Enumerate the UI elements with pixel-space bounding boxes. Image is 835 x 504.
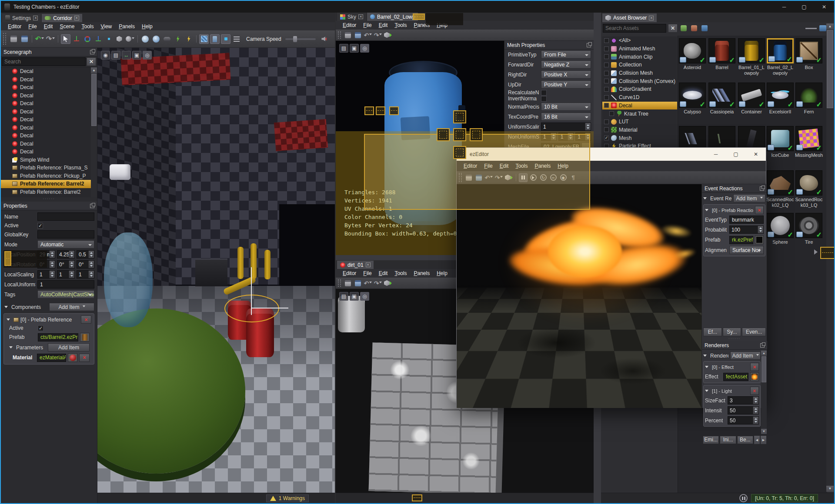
size-factor-stepper[interactable]: 3 [728, 396, 759, 405]
search-assets-input[interactable] [603, 24, 666, 33]
list-item[interactable]: Decal [1, 76, 97, 84]
tree-item-curve1d[interactable]: Curve1D [602, 93, 677, 102]
clear-search-icon[interactable]: ✕ [87, 57, 96, 66]
tab-behavior[interactable]: Be... [737, 436, 753, 444]
scale-tool-button[interactable] [94, 34, 103, 44]
export-asset-button[interactable]: ➔ [384, 279, 392, 288]
add-parameter-button[interactable]: Add Item [48, 343, 90, 351]
list-item[interactable]: Decal [1, 132, 97, 140]
asset-card[interactable]: ✓ MissingMesh [795, 126, 823, 158]
alignment-dropdown[interactable]: Surface Nor [729, 246, 764, 254]
play-scene-button[interactable] [140, 34, 150, 44]
asset-card[interactable]: ✓ ScannedRock02_LQ [766, 170, 795, 208]
layers-icon[interactable]: ▤ [111, 51, 120, 60]
material-asset-field[interactable]: ezMaterialAsset [37, 354, 66, 362]
toolbar-grip[interactable] [338, 31, 341, 39]
grid-toggle-button[interactable] [221, 34, 230, 44]
redo-button[interactable]: ↷ [374, 279, 382, 288]
menu-panels[interactable]: Panels [115, 23, 138, 30]
maximize-icon[interactable]: ▢ [794, 1, 814, 13]
transform-assets-icon[interactable] [690, 24, 698, 33]
selection-gizmo-ring[interactable] [224, 295, 279, 322]
remove-component-icon[interactable]: × [81, 315, 91, 324]
tab-asset-browser[interactable]: Asset Browser ✕ [602, 13, 657, 22]
scroll-down-icon[interactable]: ▼ [826, 486, 834, 492]
tree-item-collision-mesh[interactable]: Collision Mesh [602, 69, 677, 77]
undock-icon[interactable] [90, 50, 94, 54]
scene-viewport[interactable]: ◉ ▤ ↔ ▣ ◎ [97, 48, 335, 493]
sphere-button[interactable] [125, 34, 135, 44]
menu-edit[interactable]: Edit [375, 269, 391, 277]
close-tab-icon[interactable]: ✕ [366, 262, 371, 267]
scaling-y-stepper[interactable]: 1 [57, 270, 75, 279]
close-tab-icon[interactable]: ✕ [358, 14, 363, 19]
close-tab-icon[interactable]: ✕ [33, 16, 38, 20]
scrollbar[interactable]: ▲ [91, 67, 97, 197]
prefab-asset-field[interactable]: rk.ezPrefab [729, 236, 753, 244]
asset-card[interactable]: ✓ Container [737, 83, 766, 115]
event-reactions-header[interactable]: Event Reactions [702, 184, 767, 193]
asset-card[interactable]: ✓ Fern [795, 83, 823, 115]
dock-target-top-icon[interactable] [453, 110, 466, 123]
undock-icon[interactable] [587, 43, 591, 47]
audio-muted-icon[interactable]: × [320, 34, 329, 44]
remove-component-icon[interactable]: × [750, 363, 759, 371]
list-item[interactable]: Prefab Reference: Plasma_S [1, 164, 97, 172]
renderers-header[interactable]: Renderers [702, 341, 767, 350]
tab-corridor[interactable]: Corridor ✕ [42, 14, 82, 22]
event-type-field[interactable]: burnmark [729, 216, 764, 224]
size-slider[interactable] [805, 28, 817, 29]
save-all-button[interactable] [20, 34, 29, 44]
save-button[interactable] [344, 279, 352, 288]
undock-icon[interactable] [90, 204, 94, 208]
translate-tool-button[interactable] [72, 34, 81, 44]
run-button[interactable] [184, 34, 194, 44]
toolbar-grip[interactable] [338, 279, 341, 287]
dock-target-bottom-icon[interactable] [453, 146, 466, 159]
maximize-icon[interactable]: ▢ [726, 148, 746, 161]
menu-file[interactable]: File [360, 269, 375, 277]
right-dir-dropdown[interactable]: Positive X [541, 70, 591, 79]
close-icon[interactable]: ✕ [746, 148, 766, 161]
asset-card[interactable]: ✓ Barrel_01_Lowpoly [737, 38, 766, 76]
list-view-icon[interactable] [700, 24, 709, 33]
position-z-stepper[interactable]: 0.5 [77, 250, 94, 259]
remove-component-icon[interactable]: × [755, 206, 764, 214]
name-field[interactable] [37, 212, 94, 221]
save-button[interactable] [344, 31, 352, 40]
asset-card[interactable]: ✓ ExcelsiorII [766, 83, 795, 115]
camera-icon[interactable]: ◎ [360, 44, 369, 53]
select-tool-button[interactable] [61, 34, 70, 44]
import-assets-icon[interactable] [679, 24, 688, 33]
toolbar-grip[interactable] [3, 33, 6, 45]
asset-card[interactable]: ✓ Tire [795, 213, 823, 245]
tree-item-material[interactable]: Material [602, 126, 677, 134]
dock-target-right-icon[interactable] [470, 128, 483, 141]
slider-knob[interactable] [293, 36, 297, 42]
dock-target-left-icon[interactable] [437, 128, 450, 141]
tab-emission[interactable]: Emi... [703, 436, 719, 444]
dock-target-center-icon[interactable] [453, 128, 466, 141]
list-item[interactable]: Decal [1, 124, 97, 132]
mesh-properties-header[interactable]: Mesh Properties [504, 41, 594, 50]
splitter-handle[interactable]: ······ [702, 337, 767, 341]
tree-item-collection[interactable]: Collection [602, 61, 677, 69]
export-asset-button[interactable]: ➔ [384, 31, 392, 40]
tab-scroll-right-icon[interactable]: ▶ [761, 436, 766, 444]
menu-scene[interactable]: Scene [56, 23, 78, 30]
tree-item-decal[interactable]: Decal [602, 102, 677, 110]
add-component-button[interactable]: Add Item [49, 303, 94, 311]
collapse-arrow-icon[interactable] [705, 390, 708, 394]
window-titlebar[interactable]: Testing Chambers - ezEditor ─ ▢ ✕ [1, 1, 834, 13]
asset-card[interactable]: ✓ Cassiopeia [708, 83, 736, 115]
active-checkbox[interactable]: ✓ [37, 223, 43, 229]
render-mode-button[interactable] [199, 34, 209, 44]
mesh-box-button[interactable] [114, 34, 124, 44]
percentage-stepper[interactable]: 50 [728, 416, 759, 424]
renderers-scrollbar[interactable]: ▲ ▼ [761, 351, 767, 434]
menu-edit[interactable]: Edit [40, 23, 57, 30]
uniform-scale-field[interactable]: 1 [37, 280, 94, 288]
asset-card[interactable]: ✓ IceCube [766, 126, 795, 158]
scroll-down-icon[interactable]: ▼ [761, 429, 767, 434]
tab-events[interactable]: Even... [742, 328, 766, 336]
